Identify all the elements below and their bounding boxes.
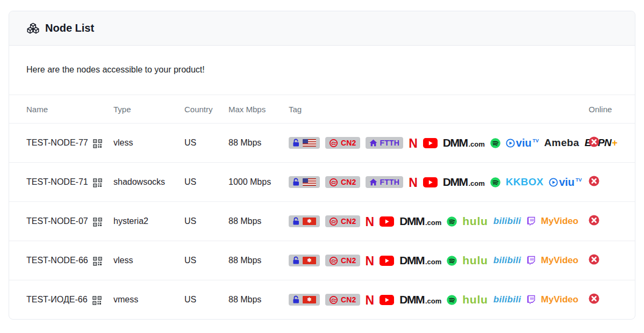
dragon-icon: [329, 178, 338, 187]
table-row: TEST-ИОДЕ-66vmessUS88 Mbps✽CN2NDMM.comhu…: [9, 280, 635, 320]
node-type: vless: [113, 241, 184, 280]
unlock-icon: [292, 295, 300, 304]
tag-hulu: hulu: [462, 215, 488, 228]
tag-cn2: CN2: [325, 137, 360, 149]
tag-dmm: DMM.com: [443, 136, 485, 149]
tag-youtube: [423, 177, 438, 187]
tag-ftth: FTTH: [366, 137, 404, 149]
youtube-play-icon: [423, 177, 438, 187]
tag-kkbox: KKBOX: [506, 176, 543, 188]
us-flag-icon: [303, 139, 316, 147]
table-row: TEST-NODE-71shadowsocksUS1000 MbpsCN2FTT…: [9, 163, 635, 202]
tag-hulu: hulu: [462, 293, 488, 306]
tag-cn2: CN2: [325, 294, 360, 306]
node-max-mbps: 88 Mbps: [228, 241, 289, 280]
house-icon: [369, 178, 377, 186]
offline-status-icon: [589, 293, 599, 304]
tag-ameba: Ameba: [544, 137, 579, 149]
table-header-row: Name Type Country Max Mbps Tag Online: [9, 95, 635, 124]
card-description: Here are the nodes accessible to your pr…: [9, 46, 635, 95]
tag-netflix: N: [409, 136, 418, 150]
tag-youtube: [380, 216, 394, 227]
tag-hulu: hulu: [462, 254, 488, 267]
tag-spotify: [490, 177, 500, 187]
qr-code-icon[interactable]: [93, 218, 102, 227]
youtube-play-icon: [380, 295, 394, 305]
qr-code-icon[interactable]: [93, 178, 102, 187]
tag-netflix: N: [409, 175, 418, 190]
spotify-icon: [447, 295, 457, 305]
tag-myvideo: MyVideo: [541, 255, 578, 266]
tag-youtube: [423, 138, 438, 148]
node-name: TEST-NODE-66: [26, 256, 88, 265]
node-max-mbps: 88 Mbps: [228, 202, 289, 241]
spotify-icon: [490, 177, 500, 187]
tag-ftth: FTTH: [366, 176, 404, 188]
qr-code-icon[interactable]: [93, 139, 102, 148]
offline-status-icon: [589, 176, 599, 186]
column-header-type: Type: [113, 95, 184, 124]
tag-myvideo: MyVideo: [541, 216, 578, 227]
qr-code-icon[interactable]: [92, 296, 102, 305]
tag-viutv: viuTV: [549, 176, 582, 189]
node-type: vless: [113, 124, 184, 163]
tag-spotify: [447, 256, 457, 266]
column-header-tag: Tag: [289, 95, 576, 124]
column-header-max-mbps: Max Mbps: [228, 95, 289, 124]
node-name: TEST-ИОДЕ-66: [26, 295, 88, 305]
node-max-mbps: 1000 Mbps: [228, 163, 289, 202]
node-country: US: [184, 124, 228, 163]
house-icon: [369, 139, 377, 147]
offline-status-icon: [589, 136, 599, 147]
twitch-glitch-icon: [526, 295, 535, 305]
tag-bilibili: bilibili: [493, 216, 521, 227]
unlock-icon: [292, 178, 300, 186]
node-type: shadowsocks: [113, 163, 184, 202]
tag-twitch: [526, 216, 535, 226]
unlock-icon: [292, 139, 300, 147]
column-header-name: Name: [9, 95, 113, 124]
table-row: TEST-NODE-66vlessUS88 Mbps✽CN2NDMM.comhu…: [9, 241, 635, 280]
spotify-icon: [490, 138, 500, 148]
tag-youtube: [380, 256, 394, 266]
dragon-icon: [329, 139, 338, 148]
tag-dmm: DMM.com: [443, 176, 485, 189]
tag-unlock-hk: ✽: [289, 215, 320, 227]
tag-bilibili: bilibili: [493, 294, 521, 305]
dragon-icon: [329, 295, 338, 305]
node-max-mbps: 88 Mbps: [228, 280, 289, 320]
page-title: Node List: [45, 22, 94, 34]
node-list-card: Node List Here are the nodes accessible …: [9, 11, 635, 320]
cubes-icon: [26, 23, 40, 34]
viu-play-icon: [549, 178, 558, 187]
qr-code-icon[interactable]: [93, 257, 102, 266]
twitch-glitch-icon: [526, 256, 535, 265]
node-tags: ✽CN2NDMM.comhulubilibiliMyVideo: [289, 254, 576, 268]
tag-dmm: DMM.com: [399, 293, 441, 306]
hk-flag-icon: ✽: [303, 218, 316, 225]
node-tags: ✽CN2NDMM.comhulubilibiliMyVideo: [289, 293, 576, 307]
tag-spotify: [447, 295, 457, 305]
tag-youtube: [380, 295, 394, 305]
tag-viutv: viuTV: [506, 137, 539, 149]
tag-twitch: [526, 295, 535, 305]
tag-twitch: [526, 256, 535, 265]
node-country: US: [184, 280, 228, 320]
node-tags: CN2FTTHNDMM.comviuTVAmebaESPN+: [289, 136, 576, 150]
dragon-icon: [329, 217, 338, 226]
tag-unlock-hk: ✽: [289, 294, 320, 306]
tag-dmm: DMM.com: [399, 215, 441, 228]
youtube-play-icon: [380, 256, 394, 266]
tag-cn2: CN2: [325, 255, 360, 266]
us-flag-icon: [303, 178, 316, 186]
tag-spotify: [490, 138, 500, 148]
node-country: US: [184, 163, 228, 202]
dragon-icon: [329, 256, 338, 265]
offline-status-icon: [589, 254, 599, 265]
node-type: hysteria2: [113, 202, 184, 241]
tag-cn2: CN2: [325, 215, 360, 227]
tag-unlock-us: [289, 137, 320, 149]
tag-netflix: N: [366, 254, 375, 268]
node-country: US: [184, 202, 228, 241]
twitch-glitch-icon: [526, 216, 535, 226]
